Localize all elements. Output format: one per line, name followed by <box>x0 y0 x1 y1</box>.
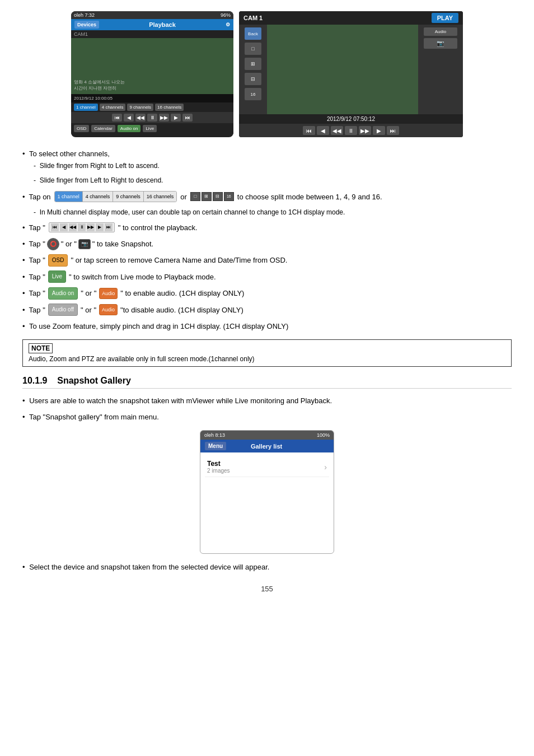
gallery-battery: 100% <box>317 432 330 438</box>
ctrl-pause[interactable]: ⏸ <box>78 223 86 231</box>
large-sidebar: Back □ ⊞ ⊟ 16 <box>239 25 267 114</box>
screenshot-row: oleh 7:32 96% Devices Playback ⚙ CAM1 영화… <box>22 11 512 137</box>
channel-tab-4[interactable]: 4 channels <box>83 192 114 202</box>
video-overlay-text: 영화 4 소설에서도 나오는 시간이 지나면 자연히 <box>74 79 125 91</box>
layout-9-btn[interactable]: ⊟ <box>245 73 261 85</box>
slide-left-to-right: - Slide finger from Left to Right to des… <box>34 175 512 187</box>
ctrl-skip-fwd[interactable]: ⏭ <box>105 223 113 231</box>
large-btn-prev[interactable]: ◀ <box>317 126 329 135</box>
live-tag-btn[interactable]: Live <box>48 270 66 283</box>
audio-on-tag[interactable]: Audio on <box>48 287 78 300</box>
multichannel-note: - In Multi channel display mode, user ca… <box>34 207 512 219</box>
osd-tag-btn[interactable]: OSD <box>48 254 68 267</box>
phone-battery: 96% <box>221 12 231 18</box>
large-ctrl-bar: ⏮ ◀ ◀◀ ⏸ ▶▶ ▶ ⏭ <box>239 124 463 137</box>
instruction-select-channels: • To select other channels, - Slide fing… <box>22 147 512 187</box>
layout-4-btn[interactable]: ⊞ <box>245 58 261 70</box>
audio-btn[interactable]: Audio <box>424 27 457 36</box>
gallery-item-count: 2 images <box>207 468 230 474</box>
gallery-instructions: • Users are able to watch the snapshot t… <box>22 394 512 423</box>
note-box: NOTE Audio, Zoom and PTZ are available o… <box>22 339 512 367</box>
cam-label: CAM1 <box>74 31 88 37</box>
page-number: 155 <box>22 585 512 593</box>
large-video-area <box>267 25 418 114</box>
gallery-after-text: Select the device and snapshot taken fro… <box>29 563 269 571</box>
layout-icon-4[interactable]: ⊞ <box>202 192 212 201</box>
calendar-btn[interactable]: Calendar <box>91 125 115 132</box>
gallery-chevron-icon: › <box>324 463 327 472</box>
large-play-btn[interactable]: PLAY <box>432 13 458 23</box>
gallery-after-instructions: • Select the device and snapshot taken f… <box>22 561 512 573</box>
large-btn-play[interactable]: ▶ <box>373 126 385 135</box>
phone-video-area: 영화 4 소설에서도 나오는 시간이 지나면 자연히 <box>71 38 233 94</box>
btn-rewind[interactable]: ◀◀ <box>135 114 146 122</box>
audio-small-disable-tag[interactable]: Audio <box>99 304 118 315</box>
gallery-item-info: Test 2 images <box>207 460 230 474</box>
instruction-audio-on: • Tap " Audio on " or " Audio " to enabl… <box>22 287 512 300</box>
large-btn-rewind[interactable]: ◀◀ <box>331 126 343 135</box>
channel-btn-1[interactable]: 1 channel <box>74 104 98 111</box>
ctrl-prev[interactable]: ◀ <box>60 223 68 231</box>
btn-pause[interactable]: ⏸ <box>147 114 157 122</box>
gallery-item[interactable]: Test 2 images › <box>205 457 329 477</box>
channel-tab-bar[interactable]: 1 channel 4 channels 9 channels 16 chann… <box>54 191 177 202</box>
audio-small-enable-tag[interactable]: Audio <box>99 288 118 299</box>
large-view-bottom: 2012/9/12 07:50:12 <box>239 114 463 124</box>
gallery-title: Gallery list <box>251 443 282 450</box>
ctrl-inline-bar: ⏮ ◀ ◀◀ ⏸ ▶▶ ▶ ⏭ <box>49 222 115 232</box>
ctrl-play[interactable]: ▶ <box>96 223 104 231</box>
phone-info-bar: 2012/9/12 10:00:05 <box>71 94 233 102</box>
large-btn-ff[interactable]: ▶▶ <box>359 126 371 135</box>
snapshot-btn[interactable]: 📷 <box>424 38 457 49</box>
btn-prev[interactable]: ◀ <box>124 114 134 122</box>
section-heading: 10.1.9 Snapshot Gallery <box>22 376 512 389</box>
channel-btn-4[interactable]: 4 channels <box>100 104 126 111</box>
btn-skip-fwd[interactable]: ⏭ <box>182 114 193 122</box>
large-btn-skip-fwd[interactable]: ⏭ <box>387 126 399 135</box>
ctrl-skip-back[interactable]: ⏮ <box>51 223 59 231</box>
channel-tab-16[interactable]: 16 channels <box>144 192 177 202</box>
gallery-title-bar: Menu Gallery list <box>200 440 334 452</box>
channel-btn-9[interactable]: 9 channels <box>127 104 153 111</box>
ctrl-rewind[interactable]: ◀◀ <box>69 223 77 231</box>
osd-btn[interactable]: OSD <box>74 125 89 132</box>
audio-on-btn[interactable]: Audio on <box>118 125 141 132</box>
large-btn-skip-back[interactable]: ⏮ <box>303 126 315 135</box>
layout-1-btn[interactable]: □ <box>245 43 261 55</box>
phone-timestamp: 2012/9/12 10:00:05 <box>74 96 113 101</box>
note-header: NOTE <box>29 343 53 353</box>
phone-bottom-bar: OSD Calendar Audio on Live <box>71 123 233 134</box>
btn-play[interactable]: ▶ <box>171 114 181 122</box>
audio-off-tag[interactable]: Audio off <box>48 304 78 316</box>
gallery-status-text: oleh 8:13 <box>204 432 225 438</box>
channel-tab-1[interactable]: 1 channel <box>55 192 83 202</box>
large-view: CAM 1 PLAY Back □ ⊞ ⊟ 16 Audio 📷 2012/9 <box>239 11 463 137</box>
gallery-bullet-1: • Users are able to watch the snapshot t… <box>22 394 512 407</box>
select-channels-text: To select other channels, <box>29 150 110 158</box>
channel-btn-16[interactable]: 16 channels <box>155 104 184 111</box>
btn-skip-back[interactable]: ⏮ <box>112 114 122 122</box>
layout-icon-9[interactable]: ⊟ <box>213 192 223 201</box>
camera-icon-1[interactable]: ⭕ <box>47 238 59 250</box>
gallery-status-bar: oleh 8:13 100% <box>200 431 334 440</box>
playback-title: Playback <box>149 21 176 28</box>
back-btn[interactable]: Back <box>245 27 261 40</box>
layout-16-btn[interactable]: 16 <box>245 88 261 100</box>
slide-right-to-left: - Slide finger from Right to Left to asc… <box>34 160 512 172</box>
gallery-menu-btn[interactable]: Menu <box>205 442 226 450</box>
cam-label-bar: CAM1 <box>71 30 233 38</box>
ctrl-ff[interactable]: ▶▶ <box>87 223 95 231</box>
gallery-content: Test 2 images › <box>200 452 334 553</box>
layout-icon-1[interactable]: □ <box>190 192 200 201</box>
large-btn-pause[interactable]: ⏸ <box>345 126 357 135</box>
live-btn[interactable]: Live <box>143 125 157 132</box>
phone-status-bar: oleh 7:32 96% <box>71 11 233 19</box>
devices-btn[interactable]: Devices <box>74 21 99 29</box>
layout-icon-16[interactable]: 16 <box>224 192 234 201</box>
settings-icon[interactable]: ⚙ <box>226 22 230 27</box>
instruction-live: • Tap " Live " to switch from Live mode … <box>22 270 512 283</box>
camera-icon-2[interactable]: 📷 <box>78 239 91 249</box>
phone-title-bar: Devices Playback ⚙ <box>71 19 233 30</box>
channel-tab-9[interactable]: 9 channels <box>113 192 144 202</box>
btn-ff[interactable]: ▶▶ <box>159 114 169 122</box>
